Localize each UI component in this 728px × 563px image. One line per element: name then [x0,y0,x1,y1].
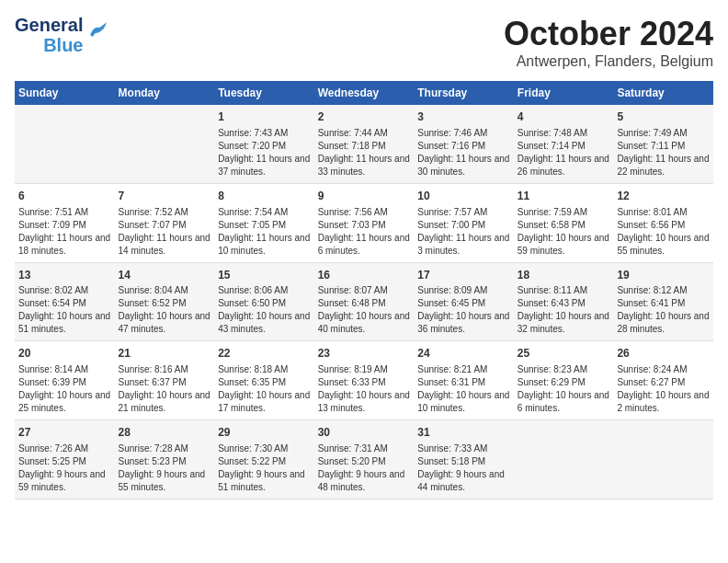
calendar-day-cell: 26Sunrise: 8:24 AM Sunset: 6:27 PM Dayli… [613,341,713,420]
header: General Blue October 2024 Antwerpen, Fla… [15,15,713,70]
calendar-day-cell [514,420,614,500]
day-number: 21 [119,346,211,362]
calendar-day-cell: 30Sunrise: 7:31 AM Sunset: 5:20 PM Dayli… [314,420,415,500]
calendar-day-cell: 23Sunrise: 8:19 AM Sunset: 6:33 PM Dayli… [314,341,415,420]
day-number: 14 [119,268,211,283]
calendar-day-cell: 10Sunrise: 7:57 AM Sunset: 7:00 PM Dayli… [414,183,514,262]
day-info: Sunrise: 8:19 AM Sunset: 6:33 PM Dayligh… [318,363,411,415]
day-info: Sunrise: 8:11 AM Sunset: 6:43 PM Dayligh… [518,284,610,336]
day-info: Sunrise: 7:52 AM Sunset: 7:07 PM Dayligh… [119,206,211,258]
logo-line2: Blue [43,35,83,55]
day-info: Sunrise: 7:54 AM Sunset: 7:05 PM Dayligh… [218,206,311,258]
calendar-body: 1Sunrise: 7:43 AM Sunset: 7:20 PM Daylig… [15,105,713,499]
calendar-day-cell: 25Sunrise: 8:23 AM Sunset: 6:29 PM Dayli… [514,341,614,420]
calendar-day-cell: 3Sunrise: 7:46 AM Sunset: 7:16 PM Daylig… [414,105,514,183]
calendar-day-cell: 17Sunrise: 8:09 AM Sunset: 6:45 PM Dayli… [414,262,514,341]
day-number: 5 [617,109,710,125]
calendar-day-cell: 16Sunrise: 8:07 AM Sunset: 6:48 PM Dayli… [314,262,415,341]
calendar-week-row: 13Sunrise: 8:02 AM Sunset: 6:54 PM Dayli… [15,262,713,341]
day-info: Sunrise: 8:02 AM Sunset: 6:54 PM Dayligh… [18,284,111,336]
weekday-header-cell: Wednesday [314,81,415,105]
day-number: 18 [518,268,610,283]
day-info: Sunrise: 8:06 AM Sunset: 6:50 PM Dayligh… [218,284,311,336]
weekday-header-cell: Thursday [414,81,514,105]
day-number: 20 [18,346,111,362]
day-info: Sunrise: 7:46 AM Sunset: 7:16 PM Dayligh… [417,127,510,178]
calendar-day-cell: 20Sunrise: 8:14 AM Sunset: 6:39 PM Dayli… [15,341,115,420]
day-info: Sunrise: 7:33 AM Sunset: 5:18 PM Dayligh… [417,442,510,494]
day-info: Sunrise: 7:31 AM Sunset: 5:20 PM Dayligh… [318,442,411,494]
day-number: 17 [417,268,510,283]
day-info: Sunrise: 8:21 AM Sunset: 6:31 PM Dayligh… [417,363,510,415]
weekday-header-cell: Friday [514,81,614,105]
day-number: 8 [218,189,311,204]
day-number: 2 [318,109,411,125]
day-number: 3 [417,109,510,125]
day-info: Sunrise: 8:23 AM Sunset: 6:29 PM Dayligh… [518,363,610,415]
calendar-day-cell: 9Sunrise: 7:56 AM Sunset: 7:03 PM Daylig… [314,183,415,262]
title-section: October 2024 Antwerpen, Flanders, Belgiu… [504,15,713,70]
day-info: Sunrise: 7:26 AM Sunset: 5:25 PM Dayligh… [18,442,111,494]
day-number: 24 [417,346,510,362]
day-number: 25 [518,346,610,362]
day-number: 29 [218,425,311,441]
day-number: 11 [518,189,610,204]
calendar-day-cell: 12Sunrise: 8:01 AM Sunset: 6:56 PM Dayli… [613,183,713,262]
calendar-week-row: 27Sunrise: 7:26 AM Sunset: 5:25 PM Dayli… [15,420,713,500]
day-number: 10 [417,189,510,204]
day-number: 4 [518,109,610,125]
calendar-day-cell: 4Sunrise: 7:48 AM Sunset: 7:14 PM Daylig… [514,105,614,183]
day-info: Sunrise: 8:16 AM Sunset: 6:37 PM Dayligh… [119,363,211,415]
calendar-day-cell: 22Sunrise: 8:18 AM Sunset: 6:35 PM Dayli… [214,341,314,420]
day-info: Sunrise: 7:43 AM Sunset: 7:20 PM Dayligh… [218,127,311,178]
day-info: Sunrise: 8:01 AM Sunset: 6:56 PM Dayligh… [617,206,710,258]
day-info: Sunrise: 7:44 AM Sunset: 7:18 PM Dayligh… [318,127,411,178]
day-number: 7 [119,189,211,204]
day-info: Sunrise: 8:04 AM Sunset: 6:52 PM Dayligh… [119,284,211,336]
calendar-day-cell: 19Sunrise: 8:12 AM Sunset: 6:41 PM Dayli… [613,262,713,341]
day-info: Sunrise: 7:49 AM Sunset: 7:11 PM Dayligh… [617,127,710,178]
calendar-week-row: 6Sunrise: 7:51 AM Sunset: 7:09 PM Daylig… [15,183,713,262]
day-number: 23 [318,346,411,362]
day-info: Sunrise: 7:57 AM Sunset: 7:00 PM Dayligh… [417,206,510,258]
calendar-day-cell: 28Sunrise: 7:28 AM Sunset: 5:23 PM Dayli… [115,420,215,500]
calendar-day-cell: 27Sunrise: 7:26 AM Sunset: 5:25 PM Dayli… [15,420,115,500]
calendar-table: SundayMondayTuesdayWednesdayThursdayFrid… [15,81,713,500]
calendar-day-cell: 11Sunrise: 7:59 AM Sunset: 6:58 PM Dayli… [514,183,614,262]
day-info: Sunrise: 8:18 AM Sunset: 6:35 PM Dayligh… [218,363,311,415]
calendar-day-cell: 5Sunrise: 7:49 AM Sunset: 7:11 PM Daylig… [613,105,713,183]
calendar-day-cell [15,105,115,183]
weekday-header-row: SundayMondayTuesdayWednesdayThursdayFrid… [15,81,713,105]
day-number: 31 [417,425,510,441]
calendar-day-cell: 2Sunrise: 7:44 AM Sunset: 7:18 PM Daylig… [314,105,415,183]
weekday-header-cell: Saturday [613,81,713,105]
calendar-day-cell: 7Sunrise: 7:52 AM Sunset: 7:07 PM Daylig… [115,183,215,262]
day-number: 6 [18,189,111,204]
day-number: 12 [617,189,710,204]
calendar-day-cell: 1Sunrise: 7:43 AM Sunset: 7:20 PM Daylig… [214,105,314,183]
month-title: October 2024 [504,15,713,53]
day-number: 15 [218,268,311,283]
day-info: Sunrise: 7:28 AM Sunset: 5:23 PM Dayligh… [119,442,211,494]
day-info: Sunrise: 7:56 AM Sunset: 7:03 PM Dayligh… [318,206,411,258]
day-info: Sunrise: 7:48 AM Sunset: 7:14 PM Dayligh… [518,127,610,178]
logo-bird-icon [86,22,107,42]
day-number: 28 [119,425,211,441]
day-number: 16 [318,268,411,283]
weekday-header-cell: Monday [115,81,215,105]
day-info: Sunrise: 8:07 AM Sunset: 6:48 PM Dayligh… [318,284,411,336]
day-info: Sunrise: 8:09 AM Sunset: 6:45 PM Dayligh… [417,284,510,336]
calendar-day-cell: 13Sunrise: 8:02 AM Sunset: 6:54 PM Dayli… [15,262,115,341]
calendar-day-cell: 6Sunrise: 7:51 AM Sunset: 7:09 PM Daylig… [15,183,115,262]
calendar-day-cell: 18Sunrise: 8:11 AM Sunset: 6:43 PM Dayli… [514,262,614,341]
logo: General Blue [15,15,107,55]
calendar-week-row: 1Sunrise: 7:43 AM Sunset: 7:20 PM Daylig… [15,105,713,183]
calendar-week-row: 20Sunrise: 8:14 AM Sunset: 6:39 PM Dayli… [15,341,713,420]
calendar-day-cell: 8Sunrise: 7:54 AM Sunset: 7:05 PM Daylig… [214,183,314,262]
day-info: Sunrise: 8:14 AM Sunset: 6:39 PM Dayligh… [18,363,111,415]
calendar-day-cell [613,420,713,500]
calendar-day-cell: 24Sunrise: 8:21 AM Sunset: 6:31 PM Dayli… [414,341,514,420]
day-number: 22 [218,346,311,362]
weekday-header-cell: Tuesday [214,81,314,105]
day-number: 1 [218,109,311,125]
